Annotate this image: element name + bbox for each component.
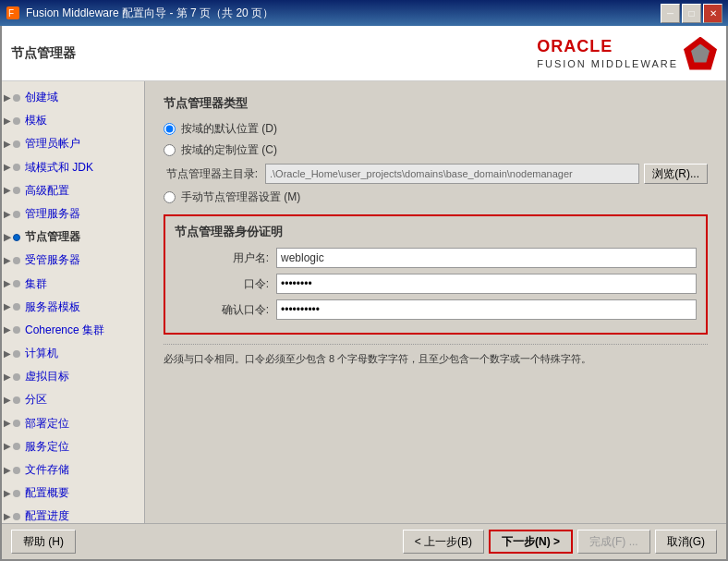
sidebar-dot: [13, 467, 20, 474]
sidebar-dot: [13, 373, 20, 381]
sidebar-item-admin-server[interactable]: ▶ 管理服务器: [2, 202, 144, 226]
notice-text: 必须与口令相同。口令必须至少包含 8 个字母数字字符，且至少包含一个数字或一个特…: [164, 344, 708, 366]
dir-field-row: 节点管理器主目录: 浏览(R)...: [164, 164, 708, 184]
next-button[interactable]: 下一步(N) >: [489, 530, 573, 554]
sidebar-item-create-domain[interactable]: ▶ 创建域: [2, 86, 144, 109]
sidebar-dot: [13, 164, 20, 171]
sidebar-item-partition[interactable]: ▶ 分区: [2, 388, 144, 411]
oracle-logo: ORACLE FUSION MIDDLEWARE: [537, 37, 717, 70]
username-input[interactable]: [276, 248, 697, 268]
app-icon: F: [6, 6, 20, 20]
sidebar-item-deploy-target[interactable]: ▶ 部署定位: [2, 412, 144, 435]
arrow-icon: ▶: [4, 416, 11, 431]
sidebar-item-domain-mode[interactable]: ▶ 域模式和 JDK: [2, 156, 144, 179]
sidebar-item-config-summary[interactable]: ▶ 配置概要: [2, 482, 144, 505]
sidebar-dot-active: [13, 234, 20, 241]
username-field-row: 用户名:: [175, 248, 697, 268]
fusion-text: FUSION MIDDLEWARE: [537, 58, 678, 69]
sidebar-item-file-store[interactable]: ▶ 文件存储: [2, 458, 144, 482]
password-label: 口令:: [175, 276, 276, 292]
oracle-pentagon-icon: [684, 37, 717, 70]
arrow-icon: ▶: [4, 509, 11, 523]
sidebar-item-managed-server[interactable]: ▶ 受管服务器: [2, 249, 144, 272]
sidebar-dot: [13, 94, 20, 102]
radio-manual-input[interactable]: [164, 191, 176, 203]
cancel-button[interactable]: 取消(G): [655, 530, 717, 554]
sidebar-dot: [13, 117, 20, 125]
arrow-icon: ▶: [4, 299, 11, 314]
radio-manual-label: 手动节点管理器设置 (M): [181, 189, 300, 205]
minimize-button[interactable]: ─: [661, 4, 680, 23]
sidebar-item-cluster[interactable]: ▶ 集群: [2, 273, 144, 296]
sidebar-dot: [13, 211, 20, 218]
sidebar-dot: [13, 326, 20, 334]
sidebar-item-admin-account[interactable]: ▶ 管理员帐户: [2, 132, 144, 155]
section-title-type: 节点管理器类型: [164, 95, 708, 112]
prev-button[interactable]: < 上一步(B): [403, 530, 484, 554]
footer-right: < 上一步(B) 下一步(N) > 完成(F) ... 取消(G): [403, 530, 717, 554]
arrow-icon: ▶: [4, 137, 11, 152]
sidebar-dot: [13, 187, 20, 194]
main-window: 节点管理器 ORACLE FUSION MIDDLEWARE ▶ 创建域: [0, 26, 728, 561]
sidebar-item-config-progress[interactable]: ▶ 配置进度: [2, 505, 144, 523]
sidebar-dot: [13, 420, 20, 427]
sidebar: ▶ 创建域 ▶ 模板 ▶ 管理员帐户 ▶ 域模式和 JDK ▶: [2, 81, 145, 523]
credentials-box: 节点管理器身份证明 用户名: 口令: 确认口令:: [164, 214, 708, 335]
radio-custom-location-label: 按域的定制位置 (C): [181, 142, 277, 158]
username-label: 用户名:: [175, 250, 276, 266]
arrow-icon: ▶: [4, 370, 11, 384]
radio-default-location-label: 按域的默认位置 (D): [181, 121, 277, 137]
sidebar-item-machine[interactable]: ▶ 计算机: [2, 342, 144, 365]
sidebar-dot: [13, 396, 20, 404]
arrow-icon: ▶: [4, 253, 11, 268]
footer-left: 帮助 (H): [11, 530, 76, 554]
main-content: 节点管理器类型 按域的默认位置 (D) 按域的定制位置 (C) 节点管理器主目录…: [145, 81, 726, 523]
title-bar-text: Fusion Middleware 配置向导 - 第 7 页（共 20 页）: [26, 6, 661, 21]
browse-button[interactable]: 浏览(R)...: [644, 164, 708, 184]
arrow-icon: ▶: [4, 230, 11, 245]
sidebar-item-advanced-config[interactable]: ▶ 高级配置: [2, 179, 144, 202]
page-title: 节点管理器: [11, 45, 76, 62]
svg-text:F: F: [8, 8, 14, 18]
radio-default-location-input[interactable]: [164, 123, 176, 135]
title-bar: F Fusion Middleware 配置向导 - 第 7 页（共 20 页）…: [0, 0, 728, 26]
credentials-title: 节点管理器身份证明: [175, 224, 697, 240]
help-button[interactable]: 帮助 (H): [11, 530, 76, 554]
sidebar-item-server-template[interactable]: ▶ 服务器模板: [2, 296, 144, 319]
arrow-icon: ▶: [4, 463, 11, 478]
password-input[interactable]: [276, 274, 697, 294]
confirm-password-label: 确认口令:: [175, 302, 276, 318]
dir-input[interactable]: [265, 164, 639, 184]
oracle-brand: ORACLE FUSION MIDDLEWARE: [537, 37, 717, 70]
sidebar-item-service-target[interactable]: ▶ 服务定位: [2, 435, 144, 458]
sidebar-item-coherence-cluster[interactable]: ▶ Coherence 集群: [2, 319, 144, 342]
arrow-icon: ▶: [4, 393, 11, 408]
close-button[interactable]: ✕: [703, 4, 722, 23]
radio-custom-location-input[interactable]: [164, 144, 176, 156]
arrow-icon: ▶: [4, 114, 11, 128]
sidebar-dot: [13, 350, 20, 358]
window-controls: ─ □ ✕: [661, 4, 722, 23]
sidebar-item-template[interactable]: ▶ 模板: [2, 109, 144, 132]
password-field-row: 口令:: [175, 274, 697, 294]
sidebar-dot: [13, 443, 20, 450]
confirm-password-input[interactable]: [276, 299, 697, 320]
arrow-icon: ▶: [4, 160, 11, 175]
confirm-password-field-row: 确认口令:: [175, 299, 697, 320]
arrow-icon: ▶: [4, 183, 11, 198]
radio-default-location[interactable]: 按域的默认位置 (D): [164, 121, 708, 137]
radio-custom-location[interactable]: 按域的定制位置 (C): [164, 142, 708, 158]
sidebar-dot: [13, 280, 20, 287]
sidebar-item-virtual-target[interactable]: ▶ 虚拟目标: [2, 365, 144, 388]
arrow-icon: ▶: [4, 91, 11, 105]
sidebar-item-node-manager: ▶ 节点管理器: [2, 226, 144, 249]
radio-manual[interactable]: 手动节点管理器设置 (M): [164, 189, 708, 205]
oracle-pentagon-inner: [691, 44, 710, 63]
finish-button[interactable]: 完成(F) ...: [577, 530, 650, 554]
maximize-button[interactable]: □: [682, 4, 701, 23]
sidebar-dot: [13, 257, 20, 264]
arrow-icon: ▶: [4, 276, 11, 291]
arrow-icon: ▶: [4, 347, 11, 361]
arrow-icon: ▶: [4, 439, 11, 454]
dir-label: 节点管理器主目录:: [164, 166, 265, 182]
